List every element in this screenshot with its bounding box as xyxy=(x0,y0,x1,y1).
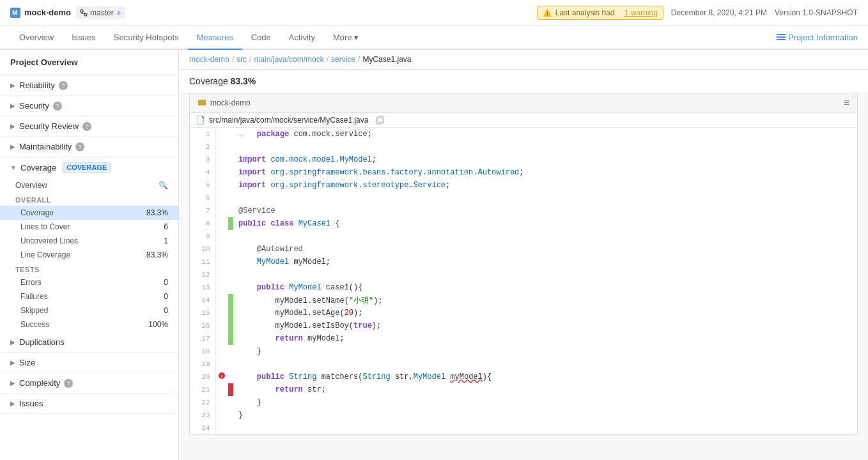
code-line-15: 15 myModel.setAge(20); xyxy=(190,307,857,319)
file-path: src/main/java/com/mock/service/MyCase1.j… xyxy=(209,116,368,125)
branch-icon xyxy=(80,9,88,17)
sidebar-section-complexity: ▶ Complexity ? xyxy=(0,373,178,394)
code-line-3: 3 import com.mock.model.MyModel; xyxy=(190,153,857,166)
sidebar-coverage-item[interactable]: Coverage 83.3% xyxy=(0,206,178,220)
info-icon-complexity[interactable]: ? xyxy=(64,379,73,388)
sidebar-maintainability-header[interactable]: ▶ Maintainability ? xyxy=(0,137,178,157)
overall-label: Overall xyxy=(0,193,178,206)
chevron-right-icon: ▶ xyxy=(10,123,15,130)
warning-icon: ! xyxy=(543,8,552,17)
code-line-22: 22 } xyxy=(190,396,857,409)
svg-text:!: ! xyxy=(546,11,548,17)
breadcrumb-item-project[interactable]: mock-demo xyxy=(189,55,229,64)
code-viewer-file: src/main/java/com/mock/service/MyCase1.j… xyxy=(190,113,857,128)
code-line-6: 6 xyxy=(190,192,857,204)
svg-text:!: ! xyxy=(221,374,224,379)
breadcrumb-current-file: MyCase1.java xyxy=(362,55,411,64)
code-line-5: 5 import org.springframework.stereotype.… xyxy=(190,179,857,192)
bug-icon[interactable]: ! xyxy=(217,371,226,380)
code-line-9: 9 xyxy=(190,230,857,243)
chevron-right-icon: ▶ xyxy=(10,143,15,150)
branch-plus-icon[interactable]: + xyxy=(116,8,121,18)
code-line-1: 1 … package com.mock.service; xyxy=(190,128,857,141)
code-line-10: 10 @Autowired xyxy=(190,243,857,256)
chevron-right-icon: ▶ xyxy=(10,339,15,346)
sidebar-lines-to-cover[interactable]: Lines to Cover 6 xyxy=(0,220,178,234)
code-viewer-project: mock-demo xyxy=(198,98,251,107)
coverage-value: 83.3% xyxy=(231,76,256,86)
info-icon-security-review[interactable]: ? xyxy=(82,122,91,131)
code-line-4: 4 import org.springframework.beans.facto… xyxy=(190,166,857,179)
svg-rect-10 xyxy=(777,39,786,40)
sidebar-section-duplications: ▶ Duplications xyxy=(0,332,178,353)
breadcrumb-item-service[interactable]: service xyxy=(331,55,355,64)
breadcrumb-item-path[interactable]: main/java/com/mock xyxy=(254,55,323,64)
menu-dots-icon[interactable]: ≡ xyxy=(844,97,849,109)
sidebar-duplications-header[interactable]: ▶ Duplications xyxy=(0,332,178,352)
nav-bar: Overview Issues Security Hotspots Measur… xyxy=(0,26,868,50)
search-icon[interactable]: 🔍 xyxy=(159,181,168,190)
code-line-17: 17 return myModel; xyxy=(190,332,857,345)
sidebar-size-header[interactable]: ▶ Size xyxy=(0,353,178,372)
sidebar-uncovered-lines[interactable]: Uncovered Lines 1 xyxy=(0,234,178,248)
coverage-header: Coverage 83.3% xyxy=(179,70,868,93)
nav-item-activity[interactable]: Activity xyxy=(280,26,324,50)
project-name[interactable]: M mock-demo xyxy=(10,8,71,18)
folder-icon xyxy=(198,98,206,107)
sidebar-reliability-header[interactable]: ▶ Reliability ? xyxy=(0,75,178,95)
svg-rect-9 xyxy=(777,36,786,38)
project-info-link[interactable]: Project Information xyxy=(777,33,858,42)
sidebar-issues-header[interactable]: ▶ Issues xyxy=(0,394,178,413)
code-line-12: 12 xyxy=(190,268,857,281)
sidebar-section-size: ▶ Size xyxy=(0,353,178,373)
project-label: mock-demo xyxy=(210,98,251,107)
code-line-21: 21 return str; xyxy=(190,383,857,396)
version-label: Version 1.0-SNAPSHOT xyxy=(775,8,858,17)
nav-item-security-hotspots[interactable]: Security Hotspots xyxy=(105,26,188,50)
code-line-20: 20 ! public String matchers(String str,M… xyxy=(190,371,857,383)
chevron-right-icon: ▶ xyxy=(10,82,15,89)
sidebar-line-coverage[interactable]: Line Coverage 83.3% xyxy=(0,248,178,262)
nav-items: Overview Issues Security Hotspots Measur… xyxy=(10,26,368,49)
code-line-24: 24 xyxy=(190,422,857,434)
code-table: 1 … package com.mock.service; 2 xyxy=(190,128,857,434)
info-icon-reliability[interactable]: ? xyxy=(59,81,68,90)
copy-icon[interactable] xyxy=(376,116,385,125)
sidebar-skipped[interactable]: Skipped 0 xyxy=(0,303,178,318)
breadcrumb-item-src[interactable]: src xyxy=(236,55,247,64)
sidebar-failures[interactable]: Failures 0 xyxy=(0,289,178,303)
sidebar-section-coverage: ▼ Coverage COVERAGE Overview 🔍 Overall C… xyxy=(0,157,178,332)
sidebar-security-header[interactable]: ▶ Security ? xyxy=(0,96,178,116)
chevron-down-icon: ▼ xyxy=(10,164,17,171)
sidebar-title: Project Overview xyxy=(0,50,178,75)
sidebar: Project Overview ▶ Reliability ? ▶ Secur… xyxy=(0,50,179,460)
code-line-14: 14 myModel.setName("小明"); xyxy=(190,294,857,307)
nav-item-overview[interactable]: Overview xyxy=(10,26,63,50)
coverage-badge: COVERAGE xyxy=(63,162,111,172)
nav-item-more[interactable]: More ▾ xyxy=(324,26,368,50)
warning-link[interactable]: 1 warning xyxy=(624,8,658,17)
info-icon-maintainability[interactable]: ? xyxy=(75,142,84,151)
sidebar-section-security: ▶ Security ? xyxy=(0,96,178,116)
sidebar-overview-item[interactable]: Overview 🔍 xyxy=(0,178,178,193)
code-line-19: 19 xyxy=(190,358,857,371)
code-viewer-header: mock-demo ≡ xyxy=(190,93,857,113)
code-line-18: 18 } xyxy=(190,345,857,358)
nav-item-measures[interactable]: Measures xyxy=(188,26,242,50)
code-line-11: 11 MyModel myModel; xyxy=(190,256,857,268)
info-icon-security[interactable]: ? xyxy=(53,102,62,111)
nav-item-code[interactable]: Code xyxy=(242,26,280,50)
breadcrumb: mock-demo / src / main/java/com/mock / s… xyxy=(179,50,868,70)
sidebar-coverage-header[interactable]: ▼ Coverage COVERAGE xyxy=(0,157,178,178)
code-viewer: mock-demo ≡ src/main/java/com/mock/servi… xyxy=(189,93,858,435)
svg-text:M: M xyxy=(12,10,17,17)
sidebar-security-review-header[interactable]: ▶ Security Review ? xyxy=(0,116,178,136)
nav-item-issues[interactable]: Issues xyxy=(63,26,105,50)
code-line-23: 23 } xyxy=(190,409,857,422)
sidebar-errors[interactable]: Errors 0 xyxy=(0,275,178,289)
chevron-right-icon: ▶ xyxy=(10,379,15,387)
sidebar-section-reliability: ▶ Reliability ? xyxy=(0,75,178,96)
sidebar-success[interactable]: Success 100% xyxy=(0,318,178,332)
sidebar-complexity-header[interactable]: ▶ Complexity ? xyxy=(0,373,178,393)
branch-badge[interactable]: master + xyxy=(76,6,125,19)
